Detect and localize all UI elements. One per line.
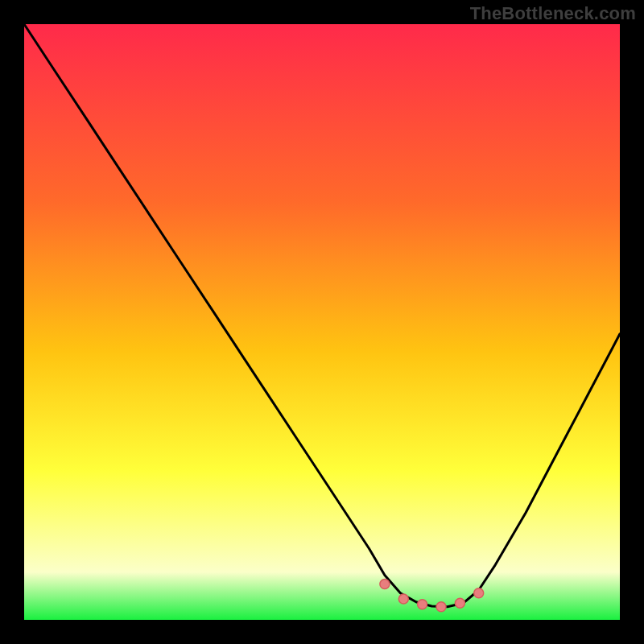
valley-marker: [474, 588, 484, 598]
valley-marker: [418, 600, 427, 609]
valley-marker: [380, 580, 390, 589]
chart-frame: TheBottleneck.com: [0, 0, 644, 644]
valley-marker: [436, 602, 446, 612]
valley-marker: [398, 594, 408, 604]
bottleneck-plot: [0, 0, 644, 644]
valley-marker: [455, 598, 464, 608]
gradient-background: [24, 24, 620, 620]
